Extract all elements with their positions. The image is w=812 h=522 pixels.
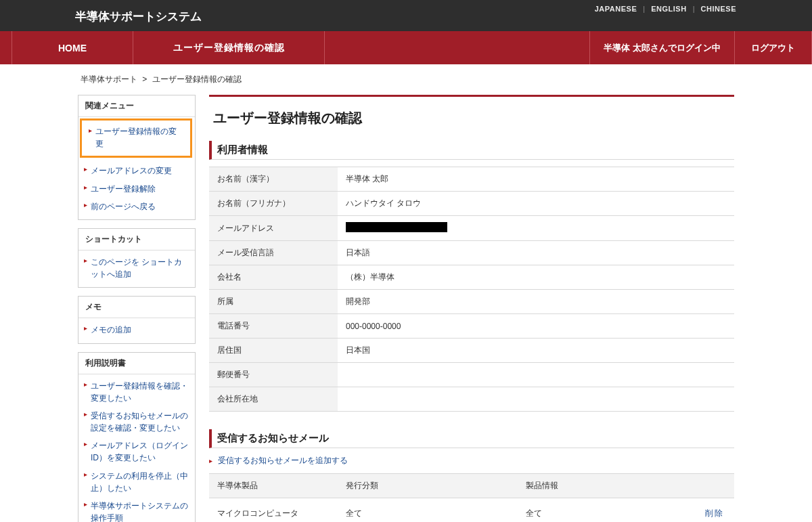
col-pubtype: 発行分類	[338, 474, 518, 498]
sidebar-section-title: 関連メニュー	[78, 95, 195, 117]
add-notify-link[interactable]: 受信するお知らせメールを追加する	[218, 456, 348, 465]
nav-current-page[interactable]: ユーザー登録情報の確認	[133, 31, 325, 64]
value-country: 日本国	[338, 339, 734, 363]
label-phone: 電話番号	[209, 314, 338, 339]
divider: |	[693, 5, 695, 13]
sidebar-related-menu: 関連メニュー ユーザー登録情報の変更 メールアドレスの変更 ユーザー登録解除 前…	[78, 95, 196, 220]
section-head-userinfo: 利用者情報	[209, 141, 734, 160]
notify-row: マイクロコンピュータ 全て 全て 削除	[209, 498, 734, 523]
section-head-notify: 受信するお知らせメール	[209, 429, 734, 448]
label-company: 会社名	[209, 265, 338, 290]
cell-prodinfo: 全て	[518, 498, 698, 523]
notify-table: 半導体製品 発行分類 製品情報 マイクロコンピュータ 全て 全て 削除 ソフトウ…	[209, 473, 734, 522]
nav-home[interactable]: HOME	[12, 31, 133, 64]
lang-english[interactable]: ENGLISH	[651, 5, 686, 13]
value-email	[338, 216, 734, 241]
language-links: JAPANESE | ENGLISH | CHINESE	[595, 5, 736, 13]
add-notify-link-row: 受信するお知らせメールを追加する	[209, 455, 734, 466]
label-address: 会社所在地	[209, 387, 338, 412]
label-dept: 所属	[209, 290, 338, 314]
col-product: 半導体製品	[209, 474, 338, 498]
navbar: HOME ユーザー登録情報の確認 半導体 太郎さんでログイン中 ログアウト	[0, 31, 812, 64]
value-company: （株）半導体	[338, 265, 734, 290]
login-status: 半導体 太郎さんでログイン中	[589, 31, 734, 64]
system-title: 半導体サポートシステム	[75, 9, 202, 24]
lang-japanese[interactable]: JAPANESE	[595, 5, 637, 13]
cell-product: マイクロコンピュータ	[209, 498, 338, 523]
cell-pubtype: 全て	[338, 498, 518, 523]
sidebar-item-doc-operation[interactable]: 半導体サポートシステムの操作手順	[91, 501, 188, 522]
label-postal: 郵便番号	[209, 363, 338, 387]
value-phone: 000-0000-0000	[338, 314, 734, 339]
col-action	[697, 474, 734, 498]
delete-button[interactable]: 削除	[705, 508, 724, 518]
value-name-kana: ハンドウタイ タロウ	[338, 192, 734, 216]
breadcrumb-current: ユーザー登録情報の確認	[152, 74, 242, 84]
section-rule	[209, 95, 734, 97]
logout-button[interactable]: ログアウト	[734, 31, 812, 64]
user-info-table: お名前（漢字）半導体 太郎 お名前（フリガナ）ハンドウタイ タロウ メールアドレ…	[209, 167, 734, 412]
divider: |	[643, 5, 645, 13]
sidebar-item-change-userinfo[interactable]: ユーザー登録情報の変更	[95, 127, 177, 148]
value-name-kanji: 半導体 太郎	[338, 167, 734, 192]
label-email: メールアドレス	[209, 216, 338, 241]
sidebar-item-doc-email[interactable]: メールアドレス（ログインID）を変更したい	[91, 441, 188, 462]
sidebar-item-change-email[interactable]: メールアドレスの変更	[91, 166, 172, 175]
main-content: ユーザー登録情報の確認 利用者情報 お名前（漢字）半導体 太郎 お名前（フリガナ…	[209, 95, 734, 522]
sidebar-item-doc-userinfo[interactable]: ユーザー登録情報を確認・変更したい	[91, 381, 188, 403]
sidebar-item-add-shortcut[interactable]: このページを ショートカットへ追加	[91, 257, 182, 279]
label-name-kana: お名前（フリガナ）	[209, 192, 338, 216]
value-postal	[338, 363, 734, 387]
sidebar-docs: 利用説明書 ユーザー登録情報を確認・変更したい 受信するお知らせメールの設定を確…	[78, 352, 196, 523]
label-country: 居住国	[209, 339, 338, 363]
col-prodinfo: 製品情報	[518, 474, 698, 498]
sidebar-section-title: ショートカット	[78, 229, 195, 251]
top-bar: 半導体サポートシステム JAPANESE | ENGLISH | CHINESE	[0, 0, 812, 31]
lang-chinese[interactable]: CHINESE	[701, 5, 736, 13]
sidebar-item-deregister[interactable]: ユーザー登録解除	[91, 184, 156, 194]
label-mail-lang: メール受信言語	[209, 241, 338, 265]
sidebar-item-back[interactable]: 前のページへ戻る	[91, 202, 156, 211]
value-mail-lang: 日本語	[338, 241, 734, 265]
sidebar-item-doc-notify[interactable]: 受信するお知らせメールの設定を確認・変更したい	[91, 411, 188, 433]
page-title: ユーザー登録情報の確認	[213, 109, 734, 127]
sidebar-shortcuts: ショートカット このページを ショートカットへ追加	[78, 228, 196, 288]
breadcrumb: 半導体サポート > ユーザー登録情報の確認	[78, 74, 734, 85]
highlighted-menu-item: ユーザー登録情報の変更	[80, 118, 192, 158]
value-dept: 開発部	[338, 290, 734, 314]
sidebar-section-title: 利用説明書	[78, 353, 195, 374]
sidebar-item-doc-stop[interactable]: システムの利用を停止（中止）したい	[91, 471, 188, 493]
sidebar-item-add-memo[interactable]: メモの追加	[91, 325, 131, 334]
label-name-kanji: お名前（漢字）	[209, 167, 338, 192]
breadcrumb-root[interactable]: 半導体サポート	[81, 74, 137, 84]
sidebar: 関連メニュー ユーザー登録情報の変更 メールアドレスの変更 ユーザー登録解除 前…	[78, 95, 196, 522]
sidebar-section-title: メモ	[78, 297, 195, 318]
value-address	[338, 387, 734, 412]
redacted-email	[346, 222, 447, 232]
sidebar-memo: メモ メモの追加	[78, 296, 196, 343]
